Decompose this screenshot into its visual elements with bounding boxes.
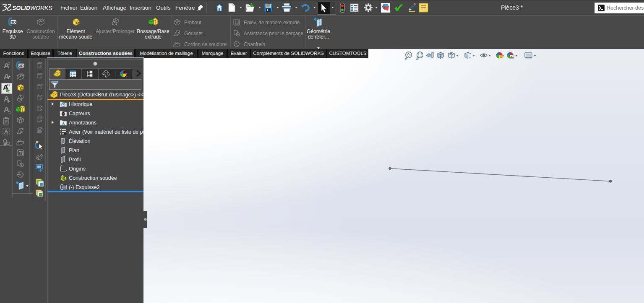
- svg-text:B: B: [8, 110, 11, 114]
- svg-text:3D: 3D: [11, 20, 16, 24]
- svg-text:A: A: [62, 121, 65, 126]
